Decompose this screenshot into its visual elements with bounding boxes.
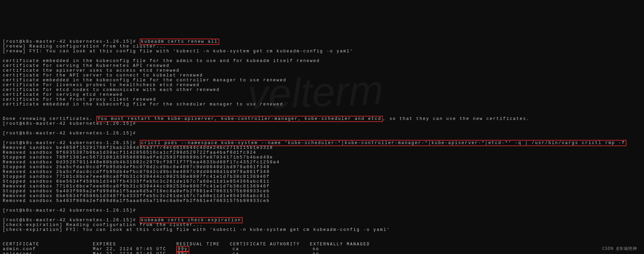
- output-line: certificate for serving etcd renewed: [3, 92, 641, 97]
- output-line: certificate embedded in the kubeconfig f…: [3, 102, 641, 107]
- output-line: Stopped sandbox 77101c8bce7eee08ca6f9b31…: [3, 174, 641, 179]
- output-line: [3, 107, 641, 112]
- output-line: Removed sandbox 5a403f909a2efd99d8a1f5aa…: [3, 199, 641, 203]
- output-line: Stopped sandbox 8be5634f4506b1d3487fb433…: [3, 179, 641, 184]
- renew-output: [renew] Reading configuration from the c…: [3, 44, 641, 112]
- shell-prompt: [root@k8s-master-42 kubernetes-1.26.15]#: [3, 39, 140, 44]
- prompt-empty: [root@k8s-master-42 kubernetes-1.26.15]#: [3, 208, 641, 213]
- table-row: apiserver Mar 22, 2124 07:45 UTC 99y ca …: [3, 252, 641, 254]
- prompt-empty: [root@k8s-master-42 kubernetes-1.26.15]#: [3, 121, 641, 126]
- output-line: Removed sandbox 9f6035387b0ba1d30acf1142…: [3, 150, 641, 155]
- output-line: Removed sandbox 2ba5cfdac0ccdffb95db4efb…: [3, 170, 641, 174]
- output-line: certificate for etcd nodes to communicat…: [3, 88, 641, 92]
- output-line: certificate the apiserver uses to access…: [3, 68, 641, 73]
- output-line: Removed sandbox 77101c8bce7eee08ca6f9b31…: [3, 184, 641, 189]
- output-line: Stopped sandbox 709f1381ec56731081839588…: [3, 155, 641, 160]
- output-line: Removed sandbox 8be5634f4506b1d3487fb433…: [3, 194, 641, 199]
- residual-time-highlight: 99y: [176, 251, 189, 254]
- cert-table: CERTIFICATE EXPIRES RESIDUAL TIME CERTIF…: [3, 242, 641, 254]
- check-output: [check-expiration] Reading configuration…: [3, 223, 641, 237]
- done-suffix: , so that they can use the new certifica…: [383, 116, 530, 121]
- output-line: Removed sandbox be4658f15291788f2bab2364…: [3, 145, 641, 150]
- output-line: certificate for the API server to connec…: [3, 73, 641, 78]
- removed-output: Removed sandbox be4658f15291788f2bab2364…: [3, 145, 641, 203]
- output-line: [3, 232, 641, 237]
- output-line: Stopped sandbox 5a403f909a2efd99d8a1f5aa…: [3, 189, 641, 194]
- output-line: [check-expiration] FYI: You can look at …: [3, 227, 641, 232]
- done-prefix: Done renewing certificates.: [3, 116, 96, 121]
- output-line: certificate for serving the Kubernetes A…: [3, 63, 641, 68]
- table-row: admin.conf Mar 22, 2124 07:45 UTC 99y ca…: [3, 247, 641, 252]
- output-line: [3, 54, 641, 59]
- output-line: [check-expiration] Reading configuration…: [3, 223, 641, 227]
- output-line: Removed sandbox 0d35267011448e80bdb4b316…: [3, 160, 641, 165]
- output-line: [renew] Reading configuration from the c…: [3, 44, 641, 49]
- table-header: CERTIFICATE EXPIRES RESIDUAL TIME CERTIF…: [3, 242, 641, 247]
- output-line: [renew] FYI: You can look at this config…: [3, 49, 641, 54]
- prompt-empty: [root@k8s-master-42 kubernetes-1.26.15]#: [3, 131, 641, 136]
- output-line: certificate embedded in the kubeconfig f…: [3, 59, 641, 63]
- shell-prompt: [root@k8s-master-42 kubernetes-1.26.15]#: [3, 141, 140, 145]
- shell-prompt: [root@k8s-master-42 kubernetes-1.26.15]#: [3, 218, 140, 223]
- output-line: certificate for liveness probes to healt…: [3, 83, 641, 88]
- restart-warning: You must restart the kube-apiserver, kub…: [96, 116, 383, 122]
- terminal-output[interactable]: [root@k8s-master-42 kubernetes-1.26.15]#…: [0, 34, 644, 254]
- output-line: certificate embedded in the kubeconfig f…: [3, 78, 641, 83]
- output-line: Stopped sandbox 2ba5cfdac0ccdffb95db4efb…: [3, 165, 641, 170]
- csdn-watermark: CSDN @东城绝神: [602, 246, 637, 251]
- output-line: certificate for the front proxy client r…: [3, 97, 641, 102]
